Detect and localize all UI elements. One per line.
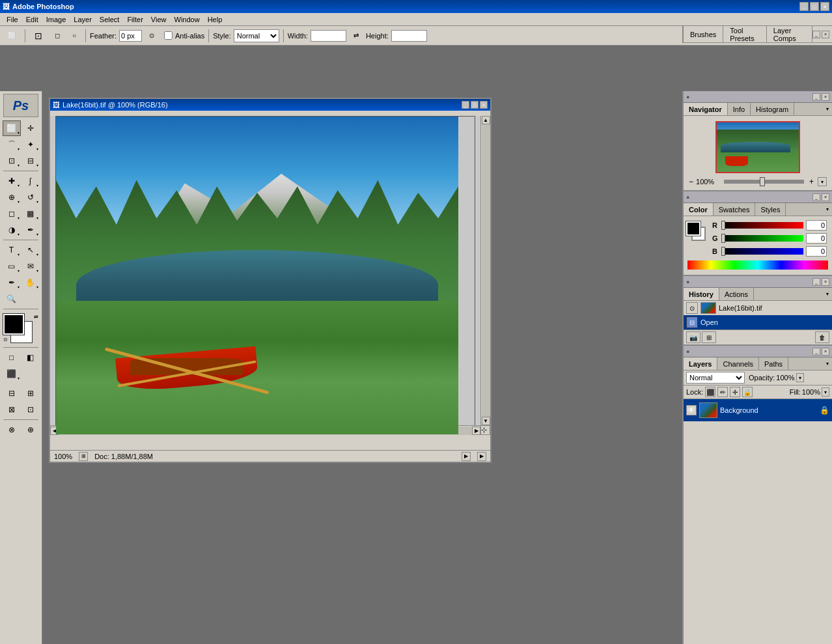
history-collapse-btn[interactable]: ▾ [823, 290, 832, 299]
doc-scrollbar-v[interactable]: ▲ ▼ [480, 116, 490, 425]
tool-extra4[interactable]: ⊡ [21, 402, 40, 417]
tab-layers[interactable]: Layers [684, 357, 717, 370]
tool-marquee[interactable]: ⬜▾ [3, 120, 21, 136]
swap-colors-icon[interactable]: ⇄ [34, 314, 38, 320]
tool-eyedropper[interactable]: ✒▾ [3, 275, 21, 290]
tool-notes[interactable]: ✉▾ [21, 259, 40, 274]
menu-select[interactable]: Select [96, 14, 124, 25]
tool-hand[interactable]: ✋▾ [21, 275, 40, 290]
fill-dropdown-btn[interactable]: ▾ [822, 387, 829, 397]
nav-panel-close[interactable]: × [822, 93, 829, 101]
height-input[interactable] [391, 30, 427, 42]
menu-view[interactable]: View [147, 14, 171, 25]
tool-screen-mode[interactable]: ⬛▾ [3, 366, 21, 382]
nav-collapse-btn[interactable]: ▾ [823, 105, 832, 114]
tool-crop[interactable]: ⊡▾ [3, 153, 21, 169]
menu-window[interactable]: Window [171, 14, 204, 25]
foreground-color-swatch[interactable] [3, 314, 24, 335]
menu-help[interactable]: Help [204, 14, 227, 25]
tool-gradient[interactable]: ▦▾ [21, 206, 40, 221]
opacity-dropdown-btn[interactable]: ▾ [796, 373, 804, 382]
history-panel-minimize[interactable]: _ [812, 278, 820, 286]
history-source-icon[interactable]: ⊙ [686, 302, 698, 314]
color-fg-box[interactable] [686, 221, 700, 236]
maximize-button[interactable]: □ [810, 2, 819, 11]
tab-histogram[interactable]: Histogram [751, 103, 794, 115]
tool-bottom1[interactable]: ⊗ [3, 422, 21, 438]
create-new-from-state-btn[interactable]: ⊞ [702, 331, 716, 343]
tab-brushes[interactable]: Brushes [684, 26, 723, 42]
tool-bottom2[interactable]: ⊕ [21, 422, 40, 438]
lock-all-btn[interactable]: 🔒 [742, 387, 753, 397]
layer-item-background[interactable]: 👁 Background 🔒 [684, 399, 832, 421]
menu-file[interactable]: File [3, 14, 22, 25]
history-open-item[interactable]: ⊟ Open [684, 315, 832, 329]
g-slider-thumb[interactable] [721, 234, 725, 243]
lock-transparent-btn[interactable]: ⬛ [705, 387, 715, 397]
reset-colors-icon[interactable]: ⊙ [3, 337, 8, 343]
scroll-right-btn[interactable]: ▶ [472, 427, 480, 435]
tool-zoom[interactable]: 🔍 [3, 291, 21, 307]
tab-navigator[interactable]: Navigator [684, 103, 728, 115]
tool-slice[interactable]: ⊟▾ [21, 153, 40, 169]
tab-layer-comps[interactable]: Layer Comps [767, 26, 812, 42]
zoom-slider-thumb[interactable] [760, 177, 765, 186]
tool-brush[interactable]: ∫▾ [21, 173, 40, 189]
blend-mode-select[interactable]: Normal Multiply Screen [686, 372, 745, 384]
g-value-input[interactable] [806, 233, 827, 244]
toolbar-square[interactable]: ◻ [50, 29, 64, 43]
tool-stamp[interactable]: ⊕▾ [3, 189, 21, 205]
tool-healing[interactable]: ✚▾ [3, 173, 21, 189]
delete-state-btn[interactable]: 🗑 [815, 331, 829, 343]
tool-shape[interactable]: ▭▾ [3, 259, 21, 274]
tool-standard-mode[interactable]: □ [3, 350, 21, 365]
color-panel-close[interactable]: × [822, 193, 829, 201]
tab-tool-presets[interactable]: Tool Presets [723, 26, 766, 42]
tool-text[interactable]: T▾ [3, 242, 21, 258]
tool-extra2[interactable]: ⊞ [21, 385, 40, 401]
tool-dodge[interactable]: ◑▾ [3, 222, 21, 238]
tool-magic-wand[interactable]: ✦▾ [21, 137, 40, 152]
doc-nav-next[interactable]: ▶ [477, 452, 486, 461]
top-panel-minimize[interactable]: _ [812, 31, 820, 38]
close-button[interactable]: × [820, 2, 829, 11]
scroll-up-btn[interactable]: ▲ [482, 116, 490, 124]
doc-nav-prev[interactable]: ▶ [462, 452, 471, 461]
lock-paint-btn[interactable]: ✏ [717, 387, 728, 397]
scroll-track-v[interactable] [482, 124, 490, 417]
menu-edit[interactable]: Edit [22, 14, 42, 25]
doc-minimize-btn[interactable]: _ [462, 101, 469, 109]
tool-extra1[interactable]: ⊟ [3, 385, 21, 401]
tool-lasso[interactable]: ⌒▾ [3, 137, 21, 152]
layers-collapse-btn[interactable]: ▾ [823, 359, 832, 369]
color-panel-minimize[interactable]: _ [812, 193, 820, 201]
scroll-down-btn[interactable]: ▼ [482, 417, 490, 425]
g-bar[interactable] [721, 235, 803, 242]
tool-eraser[interactable]: ◻▾ [3, 206, 21, 221]
width-input[interactable] [311, 30, 346, 42]
create-snapshot-btn[interactable]: 📷 [686, 331, 700, 343]
layers-panel-close[interactable]: × [822, 348, 829, 356]
b-value-input[interactable] [806, 246, 827, 257]
antialias-checkbox[interactable] [164, 31, 173, 40]
r-value-input[interactable] [806, 220, 827, 231]
tab-actions[interactable]: Actions [719, 288, 754, 300]
r-bar[interactable] [721, 222, 803, 229]
tab-history[interactable]: History [684, 288, 719, 300]
toolbar-circle-sel[interactable]: ○ [67, 29, 81, 43]
b-bar[interactable] [721, 248, 803, 255]
tab-channels[interactable]: Channels [717, 357, 758, 370]
tool-move[interactable]: ✛ [21, 120, 40, 136]
menu-layer[interactable]: Layer [70, 14, 96, 25]
color-collapse-btn[interactable]: ▾ [823, 205, 832, 214]
nav-menu-btn[interactable]: ▾ [818, 177, 827, 186]
history-panel-close[interactable]: × [822, 278, 829, 286]
tab-swatches[interactable]: Swatches [714, 203, 756, 216]
tab-styles[interactable]: Styles [755, 203, 786, 216]
toolbar-rect-marquee[interactable]: ⬜ [3, 29, 21, 43]
doc-status-icon[interactable]: ⊞ [79, 452, 88, 461]
doc-close-btn[interactable]: × [480, 101, 488, 109]
lock-position-btn[interactable]: ✛ [730, 387, 740, 397]
menu-image[interactable]: Image [42, 14, 70, 25]
minimize-button[interactable]: _ [799, 2, 809, 11]
